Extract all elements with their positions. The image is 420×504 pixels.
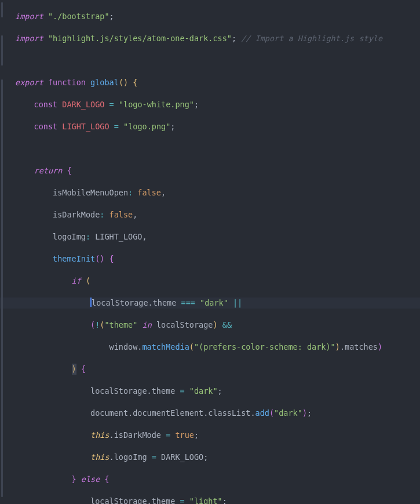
code-line[interactable]: return { — [15, 165, 420, 176]
code-line[interactable]: this.logoImg = DARK_LOGO; — [15, 452, 420, 463]
code-line[interactable]: import "./bootstrap"; — [15, 11, 420, 22]
code-line[interactable]: logoImg: LIGHT_LOGO, — [15, 231, 420, 242]
code-line-active[interactable]: localStorage.theme === "dark" || — [0, 298, 420, 309]
code-line[interactable]: isDarkMode: false, — [15, 209, 420, 220]
code-line[interactable]: export function global() { — [15, 77, 420, 88]
code-line[interactable]: localStorage.theme = "dark"; — [15, 386, 420, 397]
code-line[interactable]: this.isDarkMode = true; — [15, 430, 420, 441]
code-editor[interactable]: import "./bootstrap"; import "highlight.… — [0, 0, 420, 504]
code-line[interactable]: const DARK_LOGO = "logo-white.png"; — [15, 99, 420, 110]
code-line[interactable]: localStorage.theme = "light"; — [15, 496, 420, 504]
code-line[interactable]: window.matchMedia("(prefers-color-scheme… — [15, 342, 420, 353]
code-line[interactable]: const LIGHT_LOGO = "logo.png"; — [15, 121, 420, 132]
code-line[interactable]: themeInit() { — [15, 253, 420, 264]
gutter — [0, 0, 5, 504]
code-line[interactable]: (!("theme" in localStorage) && — [15, 320, 420, 331]
code-line[interactable]: document.documentElement.classList.add("… — [15, 408, 420, 419]
code-line[interactable]: if ( — [15, 275, 420, 287]
code-line[interactable]: } else { — [15, 474, 420, 485]
code-line[interactable] — [15, 55, 420, 66]
code-line[interactable]: ) { — [15, 364, 420, 375]
code-line[interactable] — [15, 143, 420, 154]
code-line[interactable]: isMobileMenuOpen: false, — [15, 187, 420, 198]
code-area[interactable]: import "./bootstrap"; import "highlight.… — [5, 0, 420, 504]
code-line[interactable]: import "highlight.js/styles/atom-one-dar… — [15, 33, 420, 44]
